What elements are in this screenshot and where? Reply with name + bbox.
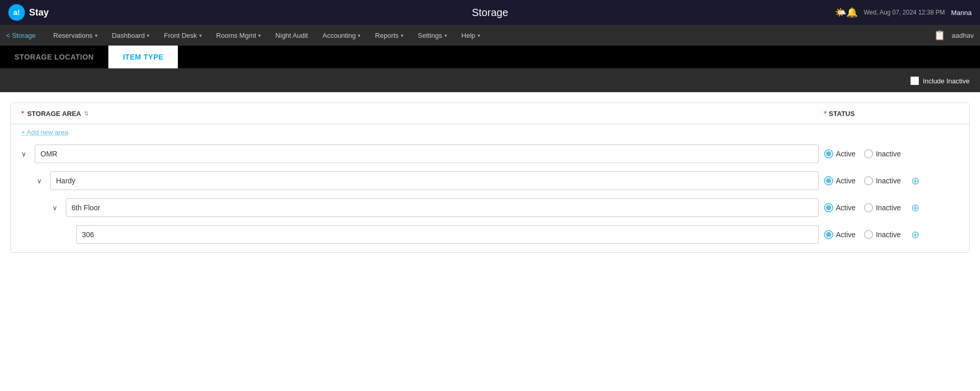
radio-label-inactive: Inactive <box>876 177 901 185</box>
radio-circle-active[interactable] <box>824 176 833 185</box>
nav-item-roomsmgmt[interactable]: Rooms Mgmt ▾ <box>209 25 268 46</box>
radio-label-active: Active <box>836 150 856 158</box>
spacer <box>11 248 969 252</box>
status-group-306: Active Inactive ⊕ <box>824 228 959 241</box>
include-inactive-label[interactable]: Include Inactive <box>911 77 970 85</box>
col-area-header: * STORAGE AREA ⇅ <box>21 109 824 118</box>
radio-circle-inactive[interactable] <box>864 149 873 158</box>
toolbar-bar: Include Inactive <box>0 69 980 92</box>
nav-item-help[interactable]: Help ▾ <box>454 25 487 46</box>
radio-circle-inactive[interactable] <box>864 230 873 239</box>
radio-active-306[interactable]: Active <box>824 230 856 239</box>
table-row: Active Inactive ⊕ <box>11 221 969 248</box>
page-title: Storage <box>472 7 508 19</box>
nav-bar: < Storage Reservations ▾ Dashboard ▾ Fro… <box>0 25 980 46</box>
radio-inactive-6thfloor[interactable]: Inactive <box>864 203 901 212</box>
nav-label-nightaudit: Night Audit <box>275 32 308 39</box>
nav-item-dashboard[interactable]: Dashboard ▾ <box>105 25 157 46</box>
nav-label-settings: Settings <box>418 32 442 39</box>
storage-area-input-306[interactable] <box>76 225 819 244</box>
content-area: * STORAGE AREA ⇅ * STATUS + Add new area… <box>0 92 980 263</box>
radio-circle-active[interactable] <box>824 230 833 239</box>
chevron-down-icon: ▾ <box>444 33 447 38</box>
radio-label-active: Active <box>836 177 856 185</box>
radio-inactive-hardy[interactable]: Inactive <box>864 176 901 185</box>
col-status-label: STATUS <box>829 110 855 118</box>
tab-item-type[interactable]: ITEM TYPE <box>108 46 178 68</box>
nav-item-frontdesk[interactable]: Front Desk ▾ <box>157 25 209 46</box>
add-sub-item-icon[interactable]: ⊕ <box>911 228 920 241</box>
radio-active-omr[interactable]: Active <box>824 149 856 158</box>
chevron-down-icon: ▾ <box>258 33 261 38</box>
storage-area-input-omr[interactable] <box>35 144 819 163</box>
nav-label-roomsmgmt: Rooms Mgmt <box>216 32 256 39</box>
storage-table: * STORAGE AREA ⇅ * STATUS + Add new area… <box>10 103 970 253</box>
radio-circle-active[interactable] <box>824 149 833 158</box>
chevron-down-icon[interactable]: ∨ <box>37 177 45 185</box>
clipboard-icon[interactable]: 📋 <box>934 30 945 41</box>
status-group-6thfloor: Active Inactive ⊕ <box>824 201 959 214</box>
include-inactive-text: Include Inactive <box>923 77 970 85</box>
chevron-down-icon: ▾ <box>358 33 360 38</box>
storage-area-input-6thfloor[interactable] <box>66 198 819 217</box>
logo-letter: a! <box>13 8 20 17</box>
required-star-status: * <box>824 109 827 118</box>
nav-item-nightaudit[interactable]: Night Audit <box>268 25 315 46</box>
add-sub-item-icon[interactable]: ⊕ <box>911 175 920 187</box>
chevron-down-icon[interactable]: ∨ <box>52 204 61 212</box>
add-area-link[interactable]: + Add new area <box>11 124 79 140</box>
nav-right-area: 📋 aadhav <box>934 30 974 41</box>
radio-inactive-306[interactable]: Inactive <box>864 230 901 239</box>
nav-item-reservations[interactable]: Reservations ▾ <box>46 25 105 46</box>
table-row: ∨ Active Inactive ⊕ <box>11 167 969 194</box>
required-star: * <box>21 109 24 118</box>
chevron-down-icon[interactable]: ∨ <box>21 150 30 158</box>
top-right-area: 🌤️🔔 Wed, Aug 07, 2024 12:38 PM Manna <box>835 7 972 18</box>
weather-icon: 🌤️🔔 <box>835 7 858 18</box>
radio-active-6thfloor[interactable]: Active <box>824 203 856 212</box>
nav-label-frontdesk: Front Desk <box>164 32 197 39</box>
chevron-down-icon: ▾ <box>199 33 202 38</box>
sort-icon[interactable]: ⇅ <box>84 110 89 117</box>
chevron-down-icon: ▾ <box>147 33 149 38</box>
radio-circle-inactive[interactable] <box>864 176 873 185</box>
chevron-down-icon: ▾ <box>95 33 97 38</box>
top-bar: a! Stay Storage 🌤️🔔 Wed, Aug 07, 2024 12… <box>0 0 980 25</box>
table-row: ∨ Active Inactive <box>11 140 969 167</box>
radio-circle-active[interactable] <box>824 203 833 212</box>
add-sub-item-icon[interactable]: ⊕ <box>911 201 920 214</box>
nav-label-help: Help <box>461 32 475 39</box>
nav-back-link[interactable]: < Storage <box>6 32 36 39</box>
status-group-hardy: Active Inactive ⊕ <box>824 175 959 187</box>
nav-user-label: aadhav <box>951 32 974 39</box>
logo-area: a! Stay <box>8 4 49 21</box>
radio-label-active: Active <box>836 230 856 239</box>
app-name: Stay <box>29 7 49 18</box>
tabs-bar: STORAGE LOCATION ITEM TYPE <box>0 46 980 69</box>
datetime: Wed, Aug 07, 2024 12:38 PM <box>864 9 945 16</box>
radio-inactive-omr[interactable]: Inactive <box>864 149 901 158</box>
radio-label-inactive: Inactive <box>876 150 901 158</box>
col-status-header: * STATUS <box>824 109 959 118</box>
nav-item-accounting[interactable]: Accounting ▾ <box>315 25 368 46</box>
radio-circle-inactive[interactable] <box>864 203 873 212</box>
radio-active-hardy[interactable]: Active <box>824 176 856 185</box>
storage-area-input-hardy[interactable] <box>50 171 819 190</box>
table-header: * STORAGE AREA ⇅ * STATUS <box>11 103 969 124</box>
nav-label-dashboard: Dashboard <box>112 32 145 39</box>
nav-item-settings[interactable]: Settings ▾ <box>411 25 454 46</box>
app-logo: a! <box>8 4 25 21</box>
nav-label-accounting: Accounting <box>323 32 356 39</box>
nav-item-reports[interactable]: Reports ▾ <box>368 25 411 46</box>
col-area-label: STORAGE AREA <box>27 110 81 118</box>
radio-label-inactive: Inactive <box>876 230 901 239</box>
radio-label-inactive: Inactive <box>876 204 901 212</box>
nav-label-reservations: Reservations <box>53 32 93 39</box>
chevron-down-icon: ▾ <box>478 33 480 38</box>
tab-storage-location[interactable]: STORAGE LOCATION <box>0 46 108 68</box>
status-group-omr: Active Inactive <box>824 149 959 158</box>
chevron-down-icon: ▾ <box>401 33 403 38</box>
table-row: ∨ Active Inactive ⊕ <box>11 194 969 221</box>
user-name: Manna <box>951 9 972 17</box>
include-inactive-checkbox[interactable] <box>911 77 919 85</box>
